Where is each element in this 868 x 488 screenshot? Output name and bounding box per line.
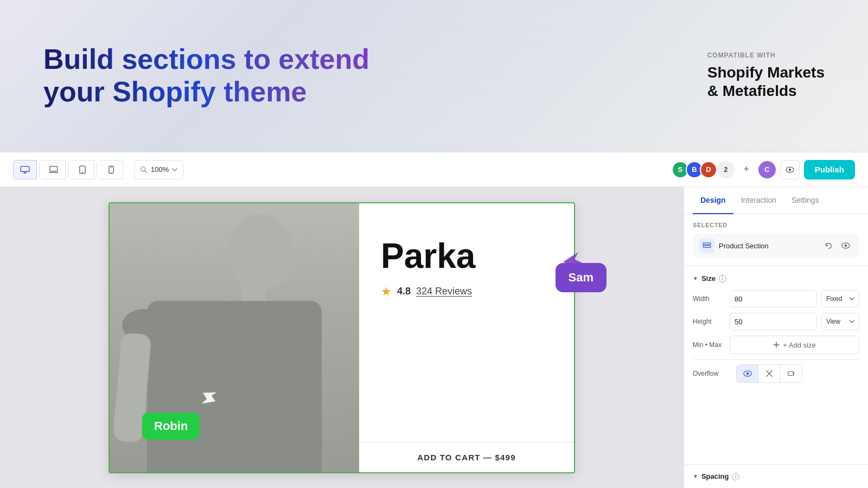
toolbar-left: 100% [13, 160, 183, 179]
device-group [13, 160, 123, 179]
product-info-side: Parka ★ 4.8 324 Reviews [359, 203, 574, 472]
tab-interaction[interactable]: Interaction [733, 187, 784, 214]
hero-title: Build sections to extend your Shopify th… [43, 43, 423, 108]
product-name: Parka [381, 236, 552, 276]
avatar-group: S B D 2 [672, 161, 735, 178]
toolbar: 100% S B D 2 + C Publish [0, 152, 868, 187]
svg-rect-14 [703, 243, 711, 245]
selected-label: Selected [693, 222, 859, 228]
avatar-count[interactable]: 2 [717, 161, 735, 178]
compatible-title: Shopify Markets& Metafields [707, 63, 825, 100]
width-input-group: PX [730, 290, 817, 307]
zoom-value: 100% [151, 165, 169, 174]
svg-rect-0 [21, 166, 29, 171]
device-sep-3 [97, 162, 97, 177]
panel-content: ▼ Size i Width PX Fixed [684, 266, 868, 464]
star-icon: ★ [381, 285, 392, 299]
size-section-title: Size [701, 274, 716, 282]
zoom-control[interactable]: 100% [134, 160, 183, 179]
width-row: Width PX Fixed [693, 290, 859, 307]
add-to-cart-bar[interactable]: ADD TO CART — $499 [359, 442, 574, 472]
canvas-area: Robin Sam [0, 187, 684, 488]
height-label: Height [693, 318, 725, 325]
preview-button[interactable] [780, 160, 800, 179]
compatible-label: COMPATIBLE WITH [707, 52, 825, 59]
device-mobile-button[interactable] [99, 160, 123, 179]
svg-rect-15 [703, 246, 711, 247]
svg-point-9 [111, 172, 111, 172]
svg-point-21 [746, 373, 748, 375]
overflow-options [736, 364, 802, 383]
hero-section: Build sections to extend your Shopify th… [0, 0, 868, 152]
selected-item: Product Section [693, 234, 859, 258]
spacing-section-header[interactable]: ▼ Spacing i [684, 464, 868, 488]
device-desktop-button[interactable] [13, 160, 37, 179]
selected-item-name: Product Section [719, 242, 817, 250]
panel-tabs: Design Interaction Settings [684, 187, 868, 214]
min-max-row: Min • Max + Add size [693, 336, 859, 354]
overflow-hidden-option[interactable] [758, 365, 780, 382]
add-collaborator-button[interactable]: + [739, 162, 754, 177]
toolbar-right: S B D 2 + C Publish [672, 160, 855, 179]
svg-point-17 [845, 245, 847, 247]
device-tablet-button[interactable] [71, 160, 94, 179]
hero-compatible: COMPATIBLE WITH Shopify Markets& Metafie… [707, 52, 825, 100]
product-rating: ★ 4.8 324 Reviews [381, 285, 552, 299]
editor-wrapper: 100% S B D 2 + C Publish [0, 152, 868, 488]
eye-visibility-button[interactable] [839, 239, 853, 253]
height-row: Height VH View [693, 313, 859, 330]
panel-selected-section: Selected Product Section [684, 214, 868, 266]
svg-point-13 [789, 168, 791, 170]
overflow-row: Overflow [693, 364, 859, 383]
svg-rect-25 [793, 372, 794, 374]
min-max-label: Min • Max [693, 341, 725, 349]
height-type-dropdown[interactable]: View [821, 313, 859, 330]
add-size-button[interactable]: + Add size [730, 336, 859, 354]
publish-button[interactable]: Publish [804, 160, 855, 179]
device-sep-2 [68, 162, 68, 177]
width-type-dropdown[interactable]: Fixed [821, 290, 859, 307]
rating-score: 4.8 [397, 286, 411, 297]
overflow-label: Overflow [693, 370, 732, 377]
size-info-icon[interactable]: i [719, 275, 726, 282]
selected-item-icon [699, 238, 714, 253]
rating-reviews: 324 Reviews [416, 286, 472, 297]
width-type-label: Fixed [826, 295, 842, 303]
undo-button[interactable] [821, 239, 835, 253]
height-input[interactable] [730, 313, 817, 330]
product-image-side: Robin [110, 203, 359, 472]
device-laptop-button[interactable] [42, 160, 66, 179]
avatar-c[interactable]: C [758, 161, 776, 178]
height-type-label: View [826, 318, 840, 325]
tab-design[interactable]: Design [693, 187, 733, 214]
svg-rect-3 [50, 166, 58, 171]
right-panel: Design Interaction Settings Selected Pro… [684, 187, 868, 488]
size-section-header[interactable]: ▼ Size i [693, 274, 859, 282]
overflow-scroll-option[interactable] [780, 365, 802, 382]
product-preview-card: Robin Sam [108, 202, 575, 473]
size-chevron-icon: ▼ [693, 275, 698, 281]
robin-tag: Robin [142, 413, 200, 440]
overflow-visible-option[interactable] [737, 365, 758, 382]
woman-head [228, 214, 293, 290]
spacing-info-icon[interactable]: i [732, 473, 739, 480]
svg-point-6 [82, 172, 83, 173]
height-input-group: VH [730, 313, 817, 330]
panel-divider-1 [693, 359, 859, 360]
spacing-section-title: Spacing [701, 472, 729, 480]
device-sep-1 [39, 162, 40, 177]
tab-settings[interactable]: Settings [784, 187, 827, 214]
add-size-label: + Add size [783, 341, 815, 349]
editor-main: Robin Sam [0, 187, 868, 488]
woman-body [147, 301, 322, 472]
avatar-d[interactable]: D [700, 161, 717, 178]
svg-line-11 [145, 170, 147, 172]
spacing-chevron-icon: ▼ [693, 473, 698, 479]
selected-item-actions [821, 239, 853, 253]
width-input[interactable] [730, 291, 817, 307]
width-label: Width [693, 295, 725, 303]
sam-avatar: Sam [556, 263, 607, 292]
